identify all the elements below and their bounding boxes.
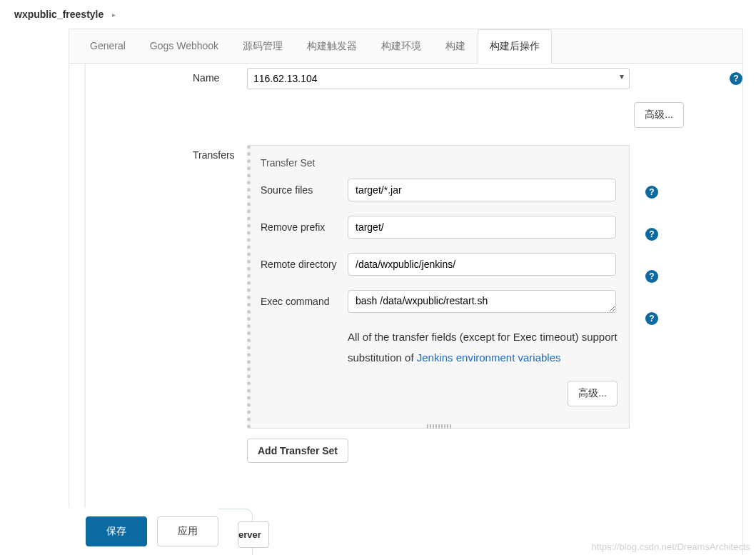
footer-bar: 保存 应用 — [69, 508, 218, 555]
tab-build-triggers[interactable]: 构建触发器 — [295, 29, 369, 64]
exec-cmd-input[interactable]: bash /data/wxpublic/restart.sh — [348, 290, 616, 313]
tab-gogs-webhook[interactable]: Gogs Webhook — [138, 29, 231, 64]
remote-dir-row: Remote directory — [261, 253, 616, 276]
breadcrumb-title[interactable]: wxpublic_freestyle — [14, 9, 104, 20]
transfer-advanced-button[interactable]: 高级... — [568, 381, 618, 406]
breadcrumb: wxpublic_freestyle ▸ — [0, 0, 756, 29]
tab-build[interactable]: 构建 — [433, 29, 478, 64]
remove-prefix-row: Remove prefix — [261, 216, 616, 239]
help-icon[interactable]: ? — [645, 270, 658, 283]
tab-scm[interactable]: 源码管理 — [231, 29, 295, 64]
source-files-row: Source files — [261, 179, 616, 201]
add-transfer-set-button[interactable]: Add Transfer Set — [247, 439, 348, 463]
help-icon[interactable]: ? — [645, 228, 658, 241]
advanced-button[interactable]: 高级... — [634, 102, 684, 128]
transfer-set-title: Transfer Set — [261, 157, 616, 169]
tabs-bar: General Gogs Webhook 源码管理 构建触发器 构建环境 构建 … — [69, 29, 742, 64]
help-icon[interactable]: ? — [730, 72, 742, 85]
help-message: All of the transfer fields (except for E… — [261, 327, 643, 368]
jenkins-env-vars-link[interactable]: Jenkins environment variables — [417, 351, 561, 364]
source-files-label: Source files — [261, 179, 348, 196]
left-gutter — [69, 64, 85, 555]
remove-prefix-label: Remove prefix — [261, 216, 348, 233]
config-panel: General Gogs Webhook 源码管理 构建触发器 构建环境 构建 … — [69, 29, 743, 555]
exec-cmd-label: Exec command — [261, 290, 348, 307]
remote-dir-input[interactable] — [348, 253, 616, 276]
tab-build-env[interactable]: 构建环境 — [369, 29, 433, 64]
exec-cmd-row: Exec command bash /data/wxpublic/restart… — [261, 290, 616, 313]
apply-button[interactable]: 应用 — [157, 516, 218, 546]
name-select[interactable]: 116.62.13.104 — [247, 68, 630, 89]
name-label: Name — [193, 68, 247, 84]
tab-post-build[interactable]: 构建后操作 — [478, 29, 552, 64]
remote-dir-label: Remote directory — [261, 253, 348, 270]
server-button-partial[interactable]: erver — [238, 521, 269, 548]
chevron-right-icon: ▸ — [112, 11, 116, 19]
help-icon[interactable]: ? — [645, 312, 658, 325]
transfers-label: Transfers — [193, 145, 247, 161]
source-files-input[interactable] — [348, 179, 616, 201]
tab-general[interactable]: General — [78, 29, 138, 64]
drag-handle-icon[interactable] — [427, 424, 453, 429]
transfers-row: Transfers Transfer Set Source files R — [193, 135, 742, 467]
save-button[interactable]: 保存 — [86, 516, 147, 546]
help-icon[interactable]: ? — [645, 186, 658, 199]
name-row: Name 116.62.13.104 ? — [193, 64, 742, 94]
remove-prefix-input[interactable] — [348, 216, 616, 239]
transfer-set-box: Transfer Set Source files Remove prefix — [247, 145, 630, 429]
